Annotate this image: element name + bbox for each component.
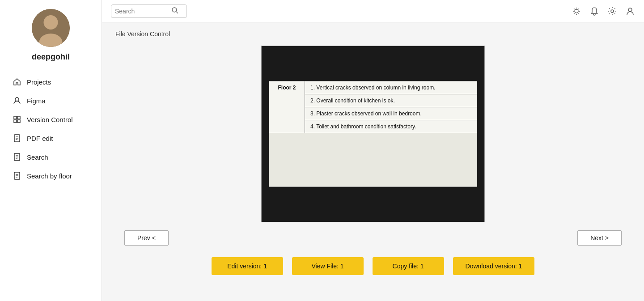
svg-point-1 — [44, 15, 58, 30]
search-box[interactable] — [111, 4, 187, 18]
bell-icon[interactable] — [589, 6, 599, 16]
sidebar-item-figma[interactable]: Figma — [0, 91, 102, 110]
svg-rect-4 — [14, 116, 17, 119]
search-input[interactable] — [115, 8, 169, 15]
nav-list: Projects Figma Version Control — [0, 72, 102, 185]
download-version-button[interactable]: Download version: 1 — [453, 257, 535, 275]
svg-point-22 — [575, 9, 578, 13]
sidebar-item-version-control[interactable]: Version Control — [0, 110, 102, 129]
svg-point-31 — [611, 10, 614, 13]
page-title: File Version Control — [115, 30, 631, 38]
sidebar-item-pdf-edit[interactable]: PDF edit — [0, 129, 102, 148]
copy-file-button[interactable]: Copy file: 1 — [373, 257, 444, 275]
header-icons — [572, 6, 635, 16]
svg-line-27 — [574, 8, 574, 9]
version-control-label: Version Control — [27, 116, 73, 123]
doc-icon-pdf — [13, 134, 21, 143]
svg-line-29 — [578, 8, 579, 9]
username-label: deepgohil — [32, 52, 70, 62]
action-buttons: Edit version: 1 View File: 1 Copy file: … — [115, 250, 631, 280]
header — [102, 0, 644, 22]
document-viewer: Floor 2 1. Vertical cracks observed on c… — [261, 46, 485, 222]
prev-button[interactable]: Prev < — [124, 230, 169, 246]
doc-icon-search — [13, 153, 21, 161]
sidebar-item-search-by-floor[interactable]: Search by floor — [0, 166, 102, 185]
next-button[interactable]: Next > — [577, 230, 622, 246]
svg-rect-7 — [17, 120, 20, 123]
search-by-floor-label: Search by floor — [27, 172, 72, 180]
table-row-2: 2. Overall condition of kitchen is ok. — [305, 94, 477, 107]
table-row-4: 4. Toilet and bathroom condition satisfa… — [305, 120, 477, 133]
svg-line-30 — [574, 13, 574, 13]
search-icon — [171, 7, 178, 16]
sidebar: deepgohil Projects Figma — [0, 0, 102, 301]
document-table: Floor 2 1. Vertical cracks observed on c… — [269, 81, 477, 187]
user-icon[interactable] — [625, 6, 635, 16]
figma-label: Figma — [27, 97, 46, 105]
table-row-3: 3. Plaster cracks observed on wall in be… — [305, 107, 477, 120]
search-label: Search — [27, 153, 48, 161]
svg-line-21 — [176, 12, 178, 13]
svg-point-20 — [172, 8, 177, 12]
svg-point-32 — [628, 8, 632, 12]
pdf-edit-label: PDF edit — [27, 135, 53, 142]
table-row-empty — [269, 133, 477, 187]
table-row: Floor 2 1. Vertical cracks observed on c… — [269, 81, 477, 94]
grid-icon — [13, 115, 21, 124]
svg-line-28 — [578, 13, 579, 13]
doc-icon-floor — [13, 171, 21, 180]
person-icon — [13, 96, 21, 105]
svg-point-3 — [15, 98, 19, 101]
settings-icon[interactable] — [607, 6, 617, 16]
content-area: File Version Control Floor 2 1. Vertical… — [102, 22, 644, 301]
home-icon — [13, 77, 21, 86]
nav-buttons: Prev < Next > — [115, 230, 631, 246]
svg-rect-6 — [14, 120, 17, 123]
projects-label: Projects — [27, 78, 51, 86]
floor-cell: Floor 2 — [269, 81, 305, 133]
main-area: File Version Control Floor 2 1. Vertical… — [102, 0, 644, 301]
svg-rect-5 — [17, 116, 20, 119]
sidebar-item-search[interactable]: Search — [0, 148, 102, 166]
brightness-icon[interactable] — [572, 6, 581, 16]
sidebar-item-projects[interactable]: Projects — [0, 72, 102, 91]
avatar — [32, 9, 70, 47]
table-row-1: 1. Vertical cracks observed on column in… — [305, 81, 477, 94]
view-file-button[interactable]: View File: 1 — [292, 257, 364, 275]
edit-version-button[interactable]: Edit version: 1 — [212, 257, 283, 275]
